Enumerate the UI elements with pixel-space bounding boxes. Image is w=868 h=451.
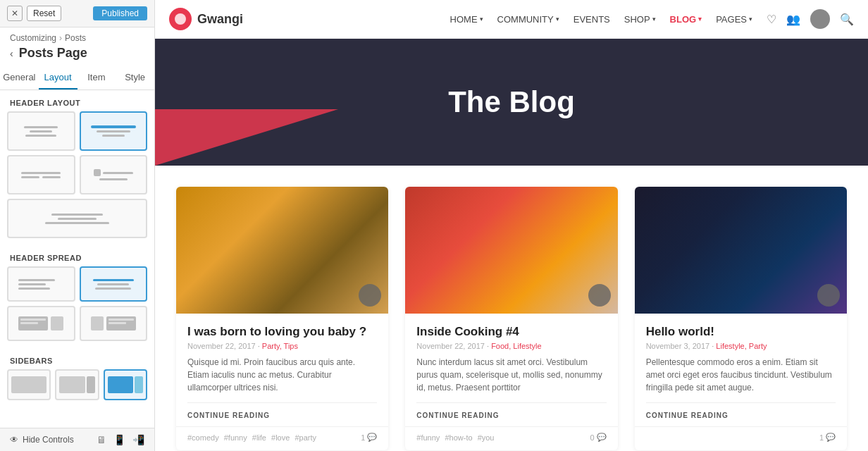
post-title-3[interactable]: Hello world! [646,325,836,339]
published-button[interactable]: Published [93,6,147,20]
home-caret-icon: ▾ [480,16,483,23]
post-categories-1[interactable]: Party, Tips [262,342,298,350]
tag-comedy[interactable]: #comedy [187,433,219,442]
panel-page-title: Posts Page [19,46,87,61]
header-layout-option-5[interactable] [7,199,147,238]
customizer-panel: ✕ Reset Published Customizing › Posts ‹ … [0,0,155,451]
tag-funny[interactable]: #funny [224,433,247,442]
blog-caret-icon: ▾ [698,16,702,23]
post-footer-3: 1 💬 [635,426,847,450]
post-meta-3: November 3, 2017 · Lifestyle, Party [646,342,836,350]
tag-party[interactable]: #party [294,433,316,442]
post-comment-count-1: 1 💬 [361,433,377,442]
breadcrumb-current: Posts [65,33,86,43]
hide-controls-toggle[interactable]: 👁 Hide Controls [10,435,74,445]
group-icon[interactable]: 👥 [786,13,800,26]
back-arrow-icon[interactable]: ‹ [10,48,13,59]
post-excerpt-1: Quisque id mi. Proin faucibus arcu quis … [187,356,377,394]
view-icons: 🖥 📱 📲 [97,434,144,445]
tag-funny-2[interactable]: #funny [416,433,440,442]
search-icon[interactable]: 🔍 [840,13,854,26]
tab-general[interactable]: General [0,66,39,89]
tag-you[interactable]: #you [478,433,495,442]
tab-item[interactable]: Item [78,66,116,89]
post-body-1: I was born to loving you baby ? November… [176,314,388,426]
post-card-3: Hello world! November 3, 2017 · Lifestyl… [635,187,847,450]
header-spread-option-3[interactable] [7,306,75,341]
blog-hero-wrapper: The Blog [155,39,868,166]
header-layout-option-4[interactable] [80,155,148,194]
panel-top-bar: ✕ Reset Published [0,0,154,27]
nav-pages[interactable]: PAGES ▾ [716,14,752,25]
main-nav: HOME ▾ COMMUNITY ▾ EVENTS SHOP ▾ BLOG ▾ … [450,14,752,25]
tablet-view-icon[interactable]: 📱 [113,434,125,445]
heart-icon[interactable]: ♡ [767,13,776,26]
post-comment-num-1: 1 [361,433,365,442]
site-logo[interactable]: Gwangi [169,8,243,30]
sidebar-option-1[interactable] [7,369,51,400]
breadcrumb-separator: › [59,33,62,43]
header-spread-option-1[interactable] [7,266,75,302]
post-card-2: Inside Cooking #4 November 22, 2017 · Fo… [405,187,617,450]
community-caret-icon: ▾ [556,16,559,23]
header-spread-title: Header Spread [0,245,154,266]
post-categories-2[interactable]: Food, Lifestyle [491,342,542,350]
blog-hero: The Blog [155,39,868,166]
post-comment-num-3: 1 [819,433,824,442]
nav-community[interactable]: COMMUNITY ▾ [497,14,559,25]
breadcrumb-parent[interactable]: Customizing [10,33,56,43]
tab-style[interactable]: Style [116,66,154,89]
header-layout-options [0,111,154,245]
reset-button[interactable]: Reset [27,6,61,21]
mobile-view-icon[interactable]: 📲 [132,434,144,445]
sidebar-option-3[interactable] [104,369,147,400]
nav-home[interactable]: HOME ▾ [450,14,483,25]
post-title-1[interactable]: I was born to loving you baby ? [187,325,377,339]
post-thumb-1 [176,187,388,314]
post-author-avatar-3 [817,284,840,307]
user-avatar[interactable] [810,9,830,29]
continue-reading-3[interactable]: CONTINUE READING [646,402,836,419]
tag-life[interactable]: #life [252,433,266,442]
shop-caret-icon: ▾ [652,16,656,23]
close-button[interactable]: ✕ [7,6,23,21]
post-excerpt-3: Pellentesque commodo eros a enim. Etiam … [646,356,836,394]
post-comment-count-3: 1 💬 [819,433,836,442]
post-footer-1: #comedy #funny #life #love #party 1 💬 [176,426,388,450]
comment-icon-3: 💬 [826,433,836,442]
sidebars-title: Sidebars [0,348,154,369]
post-author-avatar-1 [359,284,381,307]
breadcrumb: Customizing › Posts [0,27,154,43]
nav-events[interactable]: EVENTS [574,14,610,25]
tag-howto[interactable]: #how-to [445,433,472,442]
hide-controls-label: Hide Controls [23,435,74,445]
post-tags-1: #comedy #funny #life #love #party [187,433,356,442]
post-categories-3[interactable]: Lifestyle, Party [716,342,767,350]
header-icons: ♡ 👥 🔍 [767,9,854,29]
nav-shop[interactable]: SHOP ▾ [624,14,656,25]
header-layout-option-2[interactable] [80,111,148,151]
sidebar-options [0,369,154,407]
eye-icon: 👁 [10,435,18,445]
post-date-1: November 22, 2017 [187,342,256,350]
header-spread-option-2[interactable] [80,266,148,302]
header-layout-option-1[interactable] [7,111,75,151]
header-spread-option-4[interactable] [80,306,148,341]
sidebar-option-2[interactable] [55,369,99,400]
desktop-view-icon[interactable]: 🖥 [97,434,106,445]
post-title-2[interactable]: Inside Cooking #4 [416,325,606,339]
panel-back-row: ‹ Posts Page [0,43,154,66]
nav-blog[interactable]: BLOG ▾ [670,14,702,25]
comment-icon-1: 💬 [367,433,377,442]
header-layout-option-3[interactable] [7,155,75,194]
header-layout-title: Header Layout [0,90,154,111]
post-comment-count-2: 0 💬 [590,433,607,442]
continue-reading-2[interactable]: CONTINUE READING [416,402,606,419]
continue-reading-1[interactable]: CONTINUE READING [187,402,377,419]
tab-layout[interactable]: Layout [39,66,78,89]
tag-love[interactable]: #love [271,433,290,442]
post-author-avatar-2 [588,284,611,307]
post-body-3: Hello world! November 3, 2017 · Lifestyl… [635,314,847,426]
post-date-3: November 3, 2017 [646,342,710,350]
post-comment-num-2: 0 [590,433,595,442]
